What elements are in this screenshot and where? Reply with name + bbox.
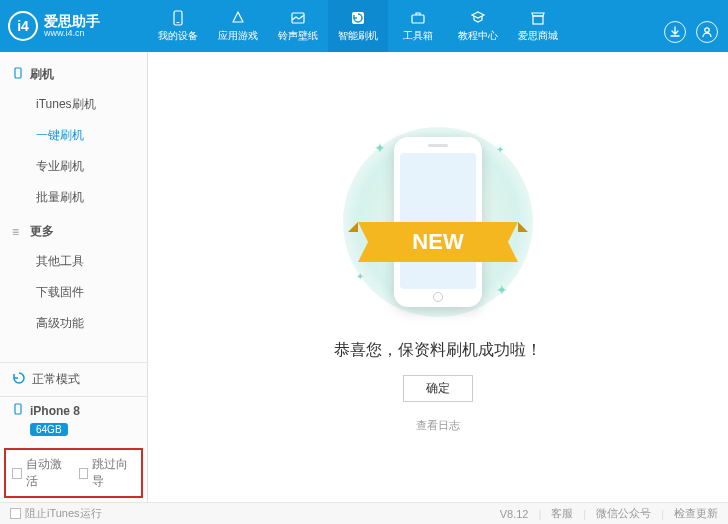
success-message: 恭喜您，保资料刷机成功啦！ (334, 340, 542, 361)
sidebar-group-more[interactable]: ≡ 更多 (0, 217, 147, 246)
sidebar-item-other-tools[interactable]: 其他工具 (0, 246, 147, 277)
svg-rect-7 (15, 68, 21, 78)
tutorial-icon (469, 9, 487, 27)
tab-my-device[interactable]: 我的设备 (148, 0, 208, 52)
brand-name: 爱思助手 (44, 14, 100, 29)
device-icon (169, 9, 187, 27)
phone-outline-icon (12, 67, 24, 82)
store-icon (529, 9, 547, 27)
sidebar-item-batch-flash[interactable]: 批量刷机 (0, 182, 147, 213)
device-mode-label: 正常模式 (32, 371, 80, 388)
device-mode-row[interactable]: 正常模式 (0, 363, 147, 397)
tab-store[interactable]: 爱思商城 (508, 0, 568, 52)
storage-badge: 64GB (30, 423, 68, 436)
flash-icon (349, 9, 367, 27)
tab-tutorials[interactable]: 教程中心 (448, 0, 508, 52)
tab-smart-flash[interactable]: 智能刷机 (328, 0, 388, 52)
view-log-link[interactable]: 查看日志 (416, 418, 460, 433)
status-bar: 阻止iTunes运行 V8.12 | 客服 | 微信公众号 | 检查更新 (0, 502, 728, 524)
tab-toolbox[interactable]: 工具箱 (388, 0, 448, 52)
refresh-icon (12, 371, 26, 388)
more-icon: ≡ (12, 225, 24, 239)
sidebar-group-flash[interactable]: 刷机 (0, 60, 147, 89)
sidebar-bottom: 正常模式 iPhone 8 64GB 自动激活 跳过向导 (0, 362, 147, 502)
apps-icon (229, 9, 247, 27)
brand-url: www.i4.cn (44, 29, 100, 38)
version-label: V8.12 (500, 508, 529, 520)
toolbox-icon (409, 9, 427, 27)
tab-ringtone[interactable]: 铃声壁纸 (268, 0, 328, 52)
app-header: i4 爱思助手 www.i4.cn 我的设备 应用游戏 铃声壁纸 智能刷机 工具… (0, 0, 728, 52)
svg-text:NEW: NEW (412, 229, 464, 254)
svg-rect-1 (177, 22, 180, 23)
brand-logo: i4 爱思助手 www.i4.cn (8, 11, 148, 41)
app-body: 刷机 iTunes刷机 一键刷机 专业刷机 批量刷机 ≡ 更多 其他工具 下载固… (0, 52, 728, 502)
checkbox-icon (10, 508, 21, 519)
logo-icon: i4 (8, 11, 38, 41)
main-content: ✦ ✦ ✦ ✦ NEW 恭喜您，保资料刷机成功啦！ 确定 查看日志 (148, 52, 728, 502)
auto-activate-checkbox[interactable]: 自动激活 (12, 456, 69, 490)
sidebar-item-oneclick-flash[interactable]: 一键刷机 (0, 120, 147, 151)
sidebar-item-advanced[interactable]: 高级功能 (0, 308, 147, 339)
skip-wizard-checkbox[interactable]: 跳过向导 (79, 456, 136, 490)
svg-rect-5 (533, 16, 543, 24)
tab-apps[interactable]: 应用游戏 (208, 0, 268, 52)
flash-options-box: 自动激活 跳过向导 (4, 448, 143, 498)
success-illustration: ✦ ✦ ✦ ✦ NEW (338, 122, 538, 322)
svg-rect-8 (15, 404, 21, 414)
sidebar: 刷机 iTunes刷机 一键刷机 专业刷机 批量刷机 ≡ 更多 其他工具 下载固… (0, 52, 148, 502)
checkbox-icon (12, 468, 22, 479)
footer-link-support[interactable]: 客服 (551, 506, 573, 521)
sidebar-item-itunes-flash[interactable]: iTunes刷机 (0, 89, 147, 120)
phone-small-icon (12, 403, 24, 418)
top-tabs: 我的设备 应用游戏 铃声壁纸 智能刷机 工具箱 教程中心 爱思商城 (148, 0, 568, 52)
sidebar-item-pro-flash[interactable]: 专业刷机 (0, 151, 147, 182)
new-ribbon: NEW (348, 202, 528, 275)
checkbox-icon (79, 468, 89, 479)
sparkle-icon: ✦ (496, 282, 508, 298)
device-row[interactable]: iPhone 8 64GB (0, 397, 147, 444)
sparkle-icon: ✦ (496, 144, 504, 155)
sidebar-item-download-firmware[interactable]: 下载固件 (0, 277, 147, 308)
sparkle-icon: ✦ (374, 140, 386, 156)
block-itunes-checkbox[interactable]: 阻止iTunes运行 (10, 506, 102, 521)
device-name: iPhone 8 (30, 404, 80, 418)
ok-button[interactable]: 确定 (403, 375, 473, 402)
svg-rect-4 (412, 15, 424, 23)
wallpaper-icon (289, 9, 307, 27)
